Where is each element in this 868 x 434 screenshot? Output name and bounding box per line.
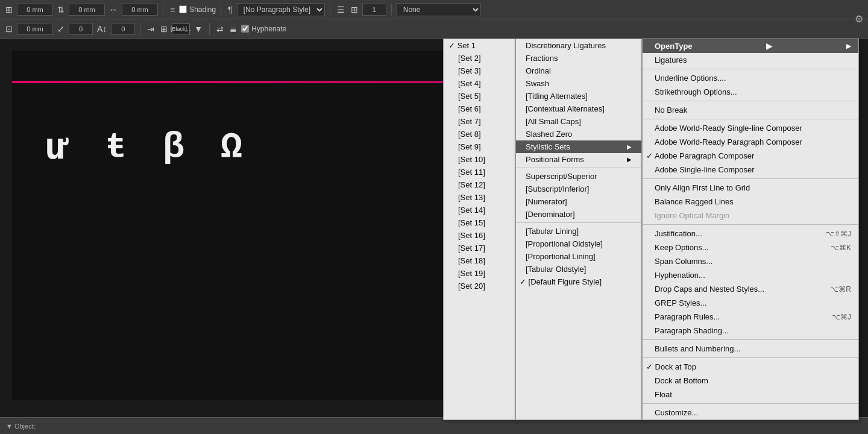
para-float[interactable]: Float — [643, 388, 858, 401]
opentype-numerator[interactable]: [Numerator] — [516, 195, 641, 208]
set-item-18[interactable]: [Set 18] — [444, 254, 515, 267]
opentype-superscript[interactable]: Superscript/Superior — [516, 170, 641, 183]
para-adobe-para[interactable]: ✓ Adobe Paragraph Composer — [643, 149, 858, 163]
para-opentype-arrow: ▶ — [766, 42, 772, 51]
para-bullets[interactable]: Bullets and Numbering... — [643, 342, 858, 356]
para-ligatures[interactable]: Ligatures — [643, 53, 858, 67]
opentype-denominator[interactable]: [Denominator] — [516, 208, 641, 221]
opentype-slashed-zero[interactable]: Slashed Zero — [516, 128, 641, 140]
toolbar-row-2: ⊡ ⤢ A↕ ⇥ ⊞ [Black]... ▼ ⇄ ≣ Hyphenate — [0, 19, 868, 38]
set-item-6[interactable]: [Set 6] — [444, 102, 515, 115]
hyphenate-label: Hyphenate — [241, 25, 286, 33]
para-world-single[interactable]: Adobe World-Ready Single-line Composer — [643, 121, 858, 135]
para-rules[interactable]: Paragraph Rules... ⌥⌘J — [643, 310, 858, 324]
para-justification[interactable]: Justification... ⌥⇧⌘J — [643, 227, 858, 241]
w-input[interactable] — [122, 4, 158, 16]
para-shading[interactable]: Paragraph Shading... — [643, 324, 858, 338]
para-strikethrough-options[interactable]: Strikethrough Options... — [643, 85, 858, 99]
para-opentype[interactable]: OpenType ▶ — [643, 39, 858, 53]
para-no-break[interactable]: No Break — [643, 103, 858, 117]
gear-icon[interactable]: ⚙ — [855, 13, 863, 25]
para-world-para[interactable]: Adobe World-Ready Paragraph Composer — [643, 135, 858, 149]
para-sep6 — [643, 339, 858, 340]
opentype-stylistic-sets[interactable]: Stylistic Sets — [516, 140, 641, 153]
set-item-5[interactable]: [Set 5] — [444, 90, 515, 102]
color-swatch[interactable]: [Black]... — [172, 24, 190, 34]
set-item-4[interactable]: [Set 4] — [444, 77, 515, 90]
x2-input[interactable] — [17, 23, 53, 35]
set-item-7[interactable]: [Set 7] — [444, 115, 515, 128]
hyphenate-checkbox[interactable] — [241, 25, 249, 33]
opentype-prop-oldstyle[interactable]: [Proportional Oldstyle] — [516, 237, 641, 250]
para-keep-label: Keep Options... — [655, 243, 709, 252]
align-icon: ≡ — [168, 5, 177, 14]
sep5 — [140, 23, 140, 35]
shading-checkbox[interactable] — [179, 5, 187, 13]
shading-label: Shading — [189, 5, 216, 14]
para-balance-ragged[interactable]: Balance Ragged Lines — [643, 195, 858, 209]
canvas-line — [12, 81, 506, 83]
opentype-sep1 — [516, 168, 641, 168]
opentype-positional-forms[interactable]: Positional Forms — [516, 153, 641, 166]
set-item-14[interactable]: [Set 14] — [444, 204, 515, 216]
para-adobe-single[interactable]: Adobe Single-line Composer — [643, 163, 858, 177]
y-input[interactable] — [69, 4, 105, 16]
opentype-default-fig[interactable]: ✓ [Default Figure Style] — [516, 275, 641, 288]
menu-container: Set 1 [Set 2] [Set 3] [Set 4] [Set 5] [S… — [443, 39, 859, 420]
para-keep-options[interactable]: Keep Options... ⌥⌘K — [643, 241, 858, 254]
para-drop-caps-label: Drop Caps and Nested Styles... — [655, 285, 764, 294]
shading-check-label: Shading — [179, 5, 216, 14]
opentype-ordinal[interactable]: Ordinal — [516, 64, 641, 77]
set-item-8[interactable]: [Set 8] — [444, 128, 515, 140]
x-input[interactable] — [17, 4, 53, 16]
none-dropdown[interactable]: None — [397, 3, 481, 16]
statusbar-label: ▼ Object: — [6, 423, 36, 430]
opentype-contextual-alt[interactable]: [Contextual Alternates] — [516, 102, 641, 115]
opentype-subscript[interactable]: [Subscript/Inferior] — [516, 183, 641, 195]
opentype-tabular-lining[interactable]: [Tabular Lining] — [516, 225, 641, 237]
set-item-15[interactable]: [Set 15] — [444, 216, 515, 229]
opentype-prop-lining[interactable]: [Proportional Lining] — [516, 250, 641, 263]
page-num-input[interactable] — [362, 4, 386, 16]
opentype-discretionary-lig[interactable]: Discretionary Ligatures — [516, 39, 641, 52]
para-drop-caps[interactable]: Drop Caps and Nested Styles... ⌥⌘R — [643, 282, 858, 296]
para-hyphenation[interactable]: Hyphenation... — [643, 268, 858, 282]
scale-input[interactable] — [69, 23, 93, 35]
set-item-9[interactable]: [Set 9] — [444, 140, 515, 153]
para-dock-bottom[interactable]: Dock at Bottom — [643, 374, 858, 388]
sep1 — [163, 4, 163, 16]
opentype-titling-alt[interactable]: [Titling Alternates] — [516, 90, 641, 102]
set-item-13[interactable]: [Set 13] — [444, 191, 515, 204]
opentype-all-small-caps[interactable]: [All Small Caps] — [516, 115, 641, 128]
para-sep3 — [643, 119, 858, 119]
set-item-20[interactable]: [Set 20] — [444, 280, 515, 292]
submenu-stylistic-sets: Set 1 [Set 2] [Set 3] [Set 4] [Set 5] [S… — [443, 39, 515, 420]
para-span-columns[interactable]: Span Columns... — [643, 254, 858, 268]
list-icon: ☰ — [335, 5, 347, 14]
para-dock-top[interactable]: ✓ Dock at Top — [643, 360, 858, 374]
fontsize-input[interactable] — [111, 23, 135, 35]
set-item-2[interactable]: [Set 2] — [444, 52, 515, 64]
set-item-17[interactable]: [Set 17] — [444, 242, 515, 254]
scale-icon: ⤢ — [55, 24, 66, 34]
opentype-swash[interactable]: Swash — [516, 77, 641, 90]
para-customize[interactable]: Customize... — [643, 406, 858, 420]
set-item-3[interactable]: [Set 3] — [444, 64, 515, 77]
char-3: β — [152, 123, 200, 171]
set-item-11[interactable]: [Set 11] — [444, 166, 515, 178]
set-item-16[interactable]: [Set 16] — [444, 229, 515, 242]
opentype-tabular-oldstyle[interactable]: [Tabular Oldstyle] — [516, 263, 641, 275]
hyphen-icon: ⇄ — [215, 24, 225, 34]
para-drop-caps-shortcut: ⌥⌘R — [830, 285, 851, 294]
opentype-fractions[interactable]: Fractions — [516, 52, 641, 64]
color-dropdown-icon[interactable]: ▼ — [192, 24, 204, 34]
para-underline-options[interactable]: Underline Options.... — [643, 71, 858, 85]
set-item-10[interactable]: [Set 10] — [444, 153, 515, 166]
set-item-1[interactable]: Set 1 — [444, 39, 515, 52]
para-grep[interactable]: GREP Styles... — [643, 296, 858, 310]
set-item-19[interactable]: [Set 19] — [444, 267, 515, 280]
set-item-12[interactable]: [Set 12] — [444, 178, 515, 191]
paragraph-style-dropdown[interactable]: [No Paragraph Style] — [237, 3, 325, 16]
justify-icon: ≣ — [228, 24, 239, 34]
para-first-line[interactable]: Only Align First Line to Grid — [643, 181, 858, 195]
